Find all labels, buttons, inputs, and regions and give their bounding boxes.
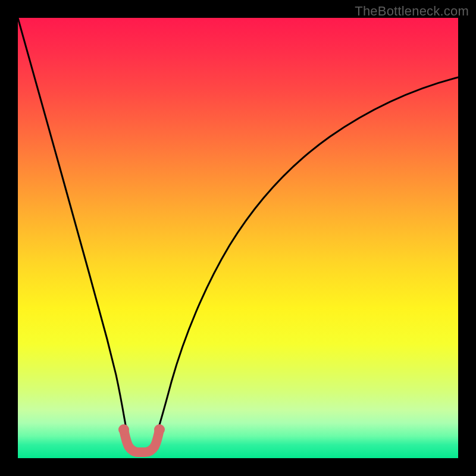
plot-area [18, 18, 458, 458]
watermark-text: TheBottleneck.com [355, 4, 469, 19]
trough-marker-left [118, 424, 129, 435]
trough-highlight [124, 430, 159, 452]
chart-frame: TheBottleneck.com [0, 0, 476, 476]
curve-overlay [18, 18, 458, 458]
bottleneck-curve [18, 18, 458, 449]
trough-marker-right [154, 424, 165, 435]
